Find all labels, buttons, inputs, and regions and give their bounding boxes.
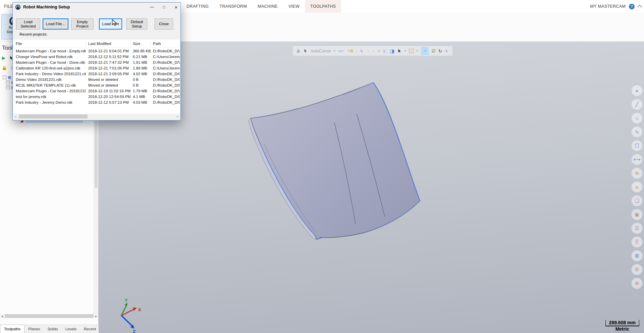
tab-planes[interactable]: Planes [24,325,44,333]
lock-icon[interactable] [296,49,301,53]
window-select-box-icon[interactable] [409,49,414,53]
table-row[interactable]: Mastercam Plugin - Car hood - Empty.rdk … [13,48,180,54]
minimize-icon[interactable]: — [150,5,154,9]
dialog-title: Robot Machining Setup [23,5,70,9]
cell-file: Park Industry - Demo Video 20181221.rdk [13,72,86,76]
cell-path: C:/Users/Jeremy [151,66,180,70]
menu-tab-machine[interactable]: MACHINE [252,0,283,13]
scrollbar-thumb[interactable] [19,114,88,118]
col-size[interactable]: Size [130,41,151,46]
cell-size: 1.91 MB [130,60,151,64]
dialog-title-bar[interactable]: Robot Machining Setup — □ × [13,3,180,11]
panel-horizontal-scrollbar[interactable]: ◂ ▸ [0,314,98,318]
menu-tab-view[interactable]: VIEW [283,0,305,13]
select-cursor-icon[interactable] [304,49,308,53]
scroll-left-icon[interactable]: ‹ [13,114,18,118]
col-last-modified[interactable]: Last Modified [86,41,130,46]
window-box-dropdown-icon[interactable]: ▾ [417,49,418,52]
frame-select-icon[interactable]: ▣ [631,209,643,220]
col-path[interactable]: Path [151,41,180,46]
help-icon[interactable]: ? [629,4,635,9]
table-row[interactable]: Change ViewPose and Robot.rdk 2018-12-12… [13,54,180,59]
maximize-icon[interactable]: □ [162,5,166,9]
list-icon[interactable]: ☰ [631,223,643,234]
select-mode-dropdown-icon[interactable]: ▾ [405,49,406,52]
pattern-grid-icon[interactable]: ⠿ [631,236,643,248]
xyz-entry-icon[interactable]: xyz⁺ [338,49,344,53]
snap-toggle-active-icon[interactable]: ◔ [421,47,429,55]
expand-node-icon[interactable]: + [6,86,10,89]
table-row[interactable]: Park Industry - Demo Video 20181221.rdk … [13,71,180,77]
cell-file: test for jeremy.rdk [13,95,86,99]
load-selected-button[interactable]: Load Selected [16,18,40,30]
window-select-cursor-icon[interactable] [397,49,402,53]
layers-icon[interactable]: ≣ [631,250,643,261]
regenerate-icon[interactable]: ↻ [438,48,442,54]
dimension-icon[interactable]: ⟷ [631,154,643,165]
cell-file: Park Industry - Jeremy Demo.rdk [13,100,86,104]
table-row[interactable]: RC3L MASTER TEMPLATE (1).rdk Moved or de… [13,82,180,88]
table-row[interactable]: Mastercam Plugin - Car hood - 20181219.r… [13,88,180,94]
ghost-cursor-icon[interactable] [360,49,364,53]
ghost-shape2-icon[interactable]: ◑ [372,49,375,53]
table-row[interactable]: Calibration KR 120-first-set-a2pos.rdk 2… [13,65,180,71]
add-point-icon[interactable]: + [631,85,643,96]
spline-icon[interactable]: ∿ [631,126,643,138]
scroll-left-icon[interactable]: ◂ [0,315,4,318]
cell-file: Mastercam Plugin - Car hood - 20181219.r… [13,89,86,93]
cell-path: D:/RoboDK_D/C [151,78,180,82]
scroll-right-icon[interactable]: ▸ [94,315,98,318]
dialog-horizontal-scrollbar[interactable]: ‹ › [13,114,180,119]
cell-modified: 2018-12-21 7:47:32 PM [86,60,130,64]
disable-icon[interactable]: ⊘ [631,278,643,289]
circle-icon[interactable]: ○ [631,112,643,124]
close-button[interactable]: Close [155,18,173,30]
menu-tab-transform[interactable]: TRANSFORM [214,0,252,13]
boolean-squares-icon[interactable]: ❏ [631,195,643,206]
configure-icon[interactable]: +⚙ [347,49,354,53]
scrollbar-thumb[interactable] [5,314,94,318]
my-mastercam-tab[interactable]: MY MASTERCAM [590,4,626,9]
menu-tab-toolpaths[interactable]: TOOLPATHS [305,0,341,13]
table-row[interactable]: Demo Video 20181221.rdk Moved or deleted… [13,77,180,82]
cell-size: 6.21 MB [130,55,151,59]
autocursor-label[interactable]: AutoCursor [311,49,331,53]
tab-solids[interactable]: Solids [44,325,61,333]
col-file[interactable]: File [13,41,86,46]
collapse-node-icon[interactable]: - [3,76,6,79]
ghost-shape1-icon[interactable]: ◔ [367,49,369,53]
ghost-solid-icon[interactable]: ■ [378,49,380,53]
solids-select-cube-icon[interactable]: ◨ [390,48,394,54]
autocursor-dropdown-icon[interactable]: ▾ [334,49,335,52]
scale-value: 289.608 mm [605,320,639,326]
table-row[interactable]: Mastercam Plugin - Car hood - Done.rdk 2… [13,59,180,65]
load-file-button[interactable]: Load File... [43,18,68,30]
empty-project-button[interactable]: Empty Project [71,18,94,30]
collapse-ribbon-icon[interactable] [637,4,642,9]
wireframe-box-icon[interactable]: ☐ [631,140,643,151]
default-setup-button[interactable]: Default Setup [126,18,147,30]
scroll-right-icon[interactable]: › [175,114,180,118]
ghost-cursor2-icon[interactable] [445,49,449,53]
sweep-surface-icon[interactable]: ≋ [631,168,643,179]
line-icon[interactable]: ╱ [631,99,643,110]
load-part-button[interactable]: Load Part [99,18,122,30]
menu-tab-drafting[interactable]: DRAFTING [181,0,214,13]
ghost-cube-icon[interactable]: ◧ [383,49,387,53]
scrollbar-thumb[interactable] [95,121,98,188]
lock-icon[interactable] [2,66,7,70]
close-icon[interactable]: × [174,4,178,10]
validate-select-icon[interactable]: ☑ [432,49,435,53]
table-row[interactable]: Park Industry - Jeremy Demo.rdk 2018-12-… [13,99,180,105]
cell-size: 360.85 KB [130,49,151,53]
tab-levels[interactable]: Levels [62,325,80,333]
table-row[interactable]: test for jeremy.rdk 2018-12-20 12:54:59 … [13,94,180,99]
run-toolpath-icon[interactable]: ▶ [2,55,5,60]
menu-file[interactable]: FILE [4,0,13,13]
solid-box-icon[interactable]: ■ [631,181,643,193]
settings-gear-icon[interactable]: ⚙ [631,264,643,275]
tab-recent-functions[interactable]: Recent Func... [80,325,100,333]
tab-toolpaths[interactable]: Toolpaths [0,325,24,333]
expand-node-icon[interactable]: + [6,81,10,84]
cell-size: 4.03 MB [130,100,151,104]
